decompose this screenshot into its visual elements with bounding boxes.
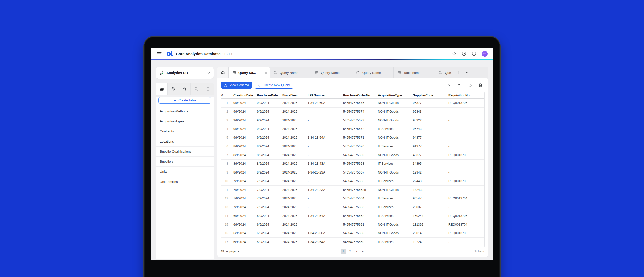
cell-acquisition-type[interactable]: NON-IT Goods [378,188,413,192]
cell-acquisition-type[interactable]: IT Services [378,179,413,183]
cell-purchase-order-no[interactable]: 546547675673 [343,119,378,122]
create-table-button[interactable]: Create Table [158,97,211,104]
cell-fiscal-year[interactable]: 2024-2025 [282,171,308,174]
cell-purchase-order-no[interactable]: 546547675674 [343,110,378,113]
sidebar-tab-saved[interactable] [179,83,191,95]
cell-lpa-number[interactable]: 1-34-23-54A [308,240,343,244]
tab-list-chevron-icon[interactable] [463,67,472,78]
table-row[interactable]: 9 8/9/2024 8/9/2024 2024-2025 1-34-23-23… [221,168,484,177]
filter-icon[interactable] [447,83,451,87]
cell-lpa-number[interactable]: 1-34-23-43A [308,162,343,165]
cell-requisition-no[interactable]: REQ0013705 [448,179,484,183]
more-options-icon[interactable] [472,51,476,56]
column-header[interactable]: FiscalYear [282,94,308,97]
last-page-icon[interactable]: » [360,250,365,253]
cell-requisition-no[interactable]: - [448,110,484,113]
cell-fiscal-year[interactable]: 2024-2025 [282,205,308,209]
cell-purchase-date[interactable]: 6/9/2024 [257,214,282,218]
cell-supplier-code[interactable]: 94377 [413,136,448,140]
sidebar-table-item[interactable]: UnitFamilies [156,177,214,187]
cell-purchase-date[interactable]: 9/9/2024 [257,136,282,140]
cell-purchase-order-no[interactable]: 546547675671 [343,136,378,140]
cell-creation-date[interactable]: 8/9/2024 [233,153,257,157]
query-tab[interactable]: Query Name [435,67,454,78]
cell-purchase-order-no[interactable]: 546547675659 [343,240,378,244]
sidebar-table-item[interactable]: SupplierQualifications [156,146,214,156]
cell-supplier-code[interactable]: 12942 [413,171,448,174]
page-number-button[interactable]: 2 [347,249,353,254]
sidebar-table-item[interactable]: Contracts [156,126,214,136]
cell-lpa-number[interactable]: 1-34-23-60A [308,101,343,105]
cell-lpa-number[interactable]: - [308,153,343,157]
cell-creation-date[interactable]: 6/9/2024 [233,240,257,244]
table-row[interactable]: 10 7/9/2024 7/9/2024 2024-2025 - 5465476… [221,177,484,186]
cell-purchase-order-no[interactable]: 546547675660 [343,231,378,235]
cell-fiscal-year[interactable]: 2024-2025 [282,136,308,140]
cell-fiscal-year[interactable]: 2024-2025 [282,101,308,105]
cell-purchase-date[interactable]: 7/9/2024 [257,205,282,209]
cell-fiscal-year[interactable]: 2024-2025 [282,127,308,131]
cell-lpa-number[interactable]: - [308,223,343,226]
cell-fiscal-year[interactable]: 2024-2025 [282,162,308,165]
page-number-button[interactable]: 1 [341,249,346,254]
cell-fiscal-year[interactable]: 2024-2025 [282,240,308,244]
cell-lpa-number[interactable]: - [308,197,343,200]
cell-supplier-code[interactable]: 34895 [413,162,448,165]
cell-purchase-order-no[interactable]: 546547675672 [343,127,378,131]
cell-lpa-number[interactable]: 1-34-23-23A [308,188,343,192]
new-tab-button[interactable] [454,67,463,78]
cell-supplier-code[interactable]: 95743 [413,127,448,131]
sidebar-table-item[interactable]: Locations [156,136,214,146]
sidebar-table-item[interactable]: Units [156,166,214,177]
cell-purchase-date[interactable]: 6/9/2024 [257,240,282,244]
cell-lpa-number[interactable]: 1-34-23-23A [308,171,343,174]
cell-creation-date[interactable]: 7/9/2024 [233,197,257,200]
cell-acquisition-type[interactable]: NON-IT Goods [378,171,413,174]
cell-fiscal-year[interactable]: 2024-2025 [282,153,308,157]
cell-lpa-number[interactable]: 1-34-23-60A [308,231,343,235]
cell-supplier-code[interactable]: 91377 [413,145,448,148]
cell-supplier-code[interactable]: 160244 [413,214,448,218]
cell-supplier-code[interactable]: 29014 [413,231,448,235]
cell-lpa-number[interactable]: - [308,179,343,183]
cell-requisition-no[interactable]: - [448,162,484,165]
table-row[interactable]: 4 9/9/2024 9/9/2024 2024-2025 - 54654767… [221,125,484,134]
cell-acquisition-type[interactable]: IT Services [378,127,413,131]
cell-supplier-code[interactable]: 102249 [413,240,448,244]
cell-purchase-order-no[interactable]: 546547675668 [343,162,378,165]
cell-fiscal-year[interactable]: 2024-2025 [282,119,308,122]
cell-purchase-order-no[interactable]: 546547675675 [343,101,378,105]
column-header[interactable]: SupplierCode [413,94,448,97]
cell-fiscal-year[interactable]: 2024-2025 [282,179,308,183]
cell-requisition-no[interactable]: REQ0013703 [448,231,484,235]
cell-fiscal-year[interactable]: 2024-2025 [282,110,308,113]
cell-purchase-order-no[interactable]: 546547675667 [343,171,378,174]
cell-purchase-order-no[interactable]: 546547675670 [343,145,378,148]
table-row[interactable]: 8 8/9/2024 8/9/2024 2024-2025 1-34-23-43… [221,160,484,168]
query-tab[interactable]: Query Name [311,67,352,78]
cell-supplier-code[interactable]: 142430 [413,188,448,192]
avatar[interactable]: AA [482,51,488,57]
cell-supplier-code[interactable]: 200376 [413,205,448,209]
table-row[interactable]: 14 6/9/2024 6/9/2024 2024-2025 1-34-23-5… [221,212,484,221]
cell-lpa-number[interactable]: - [308,145,343,148]
table-row[interactable]: 12 7/9/2024 7/9/2024 2024-2025 - 5465476… [221,194,484,203]
column-header[interactable]: PurchaseDate [257,94,282,97]
export-icon[interactable] [479,83,483,87]
cell-purchase-date[interactable]: 9/9/2024 [257,119,282,122]
table-row[interactable]: 5 9/9/2024 9/9/2024 2024-2025 1-34-23-54… [221,133,484,142]
cell-purchase-order-no[interactable]: 546547675664 [343,197,378,200]
sort-icon[interactable] [458,83,462,87]
table-row[interactable]: 6 8/9/2024 8/9/2024 2024-2025 - 54654767… [221,142,484,151]
help-icon[interactable] [462,51,466,56]
cell-lpa-number[interactable]: 1-34-23-54A [308,214,343,218]
cell-purchase-date[interactable]: 8/9/2024 [257,171,282,174]
column-header[interactable]: CreationDete [233,94,257,97]
cell-requisition-no[interactable]: REQ0013704 [448,223,484,226]
cell-creation-date[interactable]: 8/9/2024 [233,162,257,165]
cell-acquisition-type[interactable]: NON-IT Goods [378,101,413,105]
cell-creation-date[interactable]: 9/9/2024 [233,101,257,105]
cell-supplier-code[interactable]: 95377 [413,101,448,105]
cell-acquisition-type[interactable]: NON-IT Goods [378,119,413,122]
cell-acquisition-type[interactable]: IT Services [378,197,413,200]
